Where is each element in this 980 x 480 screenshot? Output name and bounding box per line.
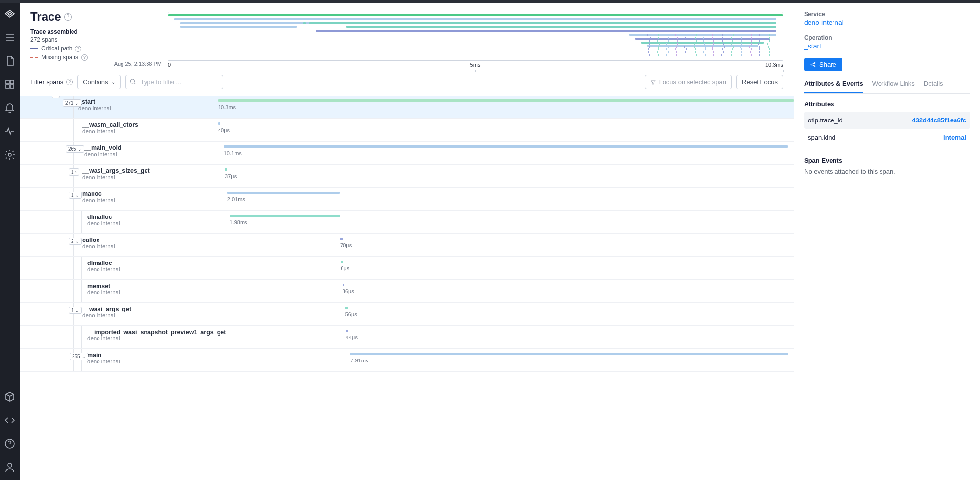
operation-link[interactable]: _start <box>804 42 970 50</box>
span-name: dlmalloc <box>87 214 214 220</box>
span-bar[interactable] <box>343 284 344 286</box>
user-icon[interactable] <box>4 461 16 473</box>
span-name: calloc <box>82 237 214 243</box>
span-row[interactable]: dlmallocdeno internal1.98ms <box>20 211 794 234</box>
span-duration: 2.01ms <box>227 196 245 202</box>
package-icon[interactable] <box>4 391 16 403</box>
app-logo[interactable] <box>4 8 16 20</box>
span-bar[interactable] <box>346 330 348 332</box>
span-row[interactable]: __wasm_call_ctorsdeno internal40µs <box>20 119 794 142</box>
code-icon[interactable] <box>4 414 16 426</box>
grid-icon[interactable] <box>4 78 16 90</box>
span-duration: 7.91ms <box>350 358 368 363</box>
expand-pill[interactable]: 1⌄ <box>69 192 82 199</box>
span-name: main <box>87 352 214 359</box>
filter-input[interactable] <box>125 75 223 89</box>
svg-point-10 <box>814 66 815 67</box>
span-row[interactable]: 1⌄__wasi_args_getdeno internal56µs <box>20 303 794 326</box>
span-bar[interactable] <box>341 261 343 263</box>
span-bar[interactable] <box>350 353 788 355</box>
expand-pill[interactable]: 1› <box>69 168 79 176</box>
legend-critical-label: Critical path <box>41 45 72 52</box>
span-service: deno internal <box>82 128 214 134</box>
svg-rect-3 <box>10 85 14 88</box>
operation-label: Operation <box>804 34 970 41</box>
span-service: deno internal <box>82 312 214 318</box>
service-label: Service <box>804 11 970 18</box>
menu-icon[interactable] <box>4 31 16 43</box>
expand-pill[interactable]: 265⌄ <box>66 145 84 153</box>
tab-attributes-events[interactable]: Attributes & Events <box>804 80 863 93</box>
span-bar[interactable] <box>345 307 348 309</box>
span-row[interactable]: 271⌄_startdeno internal10.3ms <box>20 96 794 119</box>
attribute-row[interactable]: otlp.trace_id 432d44c85f1ea6fc <box>804 112 970 129</box>
span-row[interactable]: 255⌄maindeno internal7.91ms <box>20 349 794 372</box>
contains-dropdown[interactable]: Contains⌄ <box>77 75 120 89</box>
attr-key: span.kind <box>808 134 835 141</box>
span-row[interactable]: 265⌄__main_voiddeno internal10.1ms <box>20 142 794 165</box>
span-name: memset <box>87 283 214 289</box>
filter-spans-label: Filter spans ? <box>30 78 73 86</box>
span-name: __wasi_args_get <box>82 306 214 312</box>
attribute-row[interactable]: span.kind internal <box>804 129 970 146</box>
span-bar[interactable] <box>225 168 227 171</box>
help-icon[interactable] <box>4 438 16 450</box>
span-name: __imported_wasi_snapshot_preview1_args_g… <box>87 329 214 336</box>
span-row[interactable]: 1⌄mallocdeno internal2.01ms <box>20 188 794 211</box>
pulse-icon[interactable] <box>4 125 16 137</box>
attr-key: otlp.trace_id <box>808 117 843 124</box>
trace-overview[interactable] <box>168 12 783 61</box>
legend-critical-swatch <box>30 48 38 49</box>
info-icon[interactable]: ? <box>64 13 72 21</box>
svg-rect-1 <box>10 80 14 84</box>
span-name: __main_void <box>84 144 214 151</box>
share-button[interactable]: Share <box>804 58 842 71</box>
span-name: _start <box>78 98 214 105</box>
attributes-heading: Attributes <box>804 100 970 108</box>
span-service: deno internal <box>87 266 214 272</box>
svg-point-9 <box>814 62 815 63</box>
reset-focus-button[interactable]: Reset Focus <box>736 75 783 89</box>
gear-icon[interactable] <box>4 149 16 161</box>
span-service: deno internal <box>87 359 214 364</box>
tab-workflow-links[interactable]: Workflow Links <box>872 80 915 93</box>
info-icon[interactable]: ? <box>75 46 81 52</box>
span-bar[interactable] <box>218 99 794 102</box>
span-name: __wasm_call_ctors <box>82 121 214 128</box>
span-row[interactable]: 2⌄callocdeno internal70µs <box>20 234 794 257</box>
bell-icon[interactable] <box>4 102 16 114</box>
service-link[interactable]: deno internal <box>804 19 970 26</box>
span-events-empty: No events attached to this span. <box>804 168 970 175</box>
info-icon[interactable]: ? <box>81 54 88 61</box>
svg-point-6 <box>8 463 12 467</box>
info-icon[interactable]: ? <box>66 79 73 85</box>
axis-start: 0 <box>168 62 171 68</box>
span-name: dlmalloc <box>87 260 214 266</box>
span-bar[interactable] <box>218 122 220 125</box>
svg-point-7 <box>130 79 134 83</box>
focus-selected-button[interactable]: Focus on selected span <box>645 75 732 89</box>
span-count: 272 spans <box>30 36 153 43</box>
critical-path-segment <box>230 216 341 216</box>
span-name: malloc <box>82 191 214 197</box>
span-row[interactable]: __imported_wasi_snapshot_preview1_args_g… <box>20 326 794 349</box>
expand-pill[interactable]: 1⌄ <box>69 307 82 314</box>
span-duration: 56µs <box>345 312 357 317</box>
span-row[interactable]: memsetdeno internal36µs <box>20 280 794 303</box>
assembled-label: Trace assembled <box>30 28 153 35</box>
span-row[interactable]: dlmallocdeno internal6µs <box>20 257 794 280</box>
svg-point-8 <box>811 64 812 65</box>
expand-pill[interactable]: 2⌄ <box>69 238 82 245</box>
expand-pill[interactable]: 271⌄ <box>63 99 81 107</box>
expand-pill[interactable]: 255⌄ <box>70 353 88 360</box>
svg-rect-2 <box>6 85 9 88</box>
span-bar[interactable] <box>224 145 788 148</box>
span-duration: 44µs <box>346 335 358 340</box>
span-duration: 36µs <box>343 288 354 294</box>
span-bar[interactable] <box>227 192 340 194</box>
tab-details[interactable]: Details <box>924 80 943 93</box>
span-duration: 1.98ms <box>230 219 247 225</box>
span-row[interactable]: 1›__wasi_args_sizes_getdeno internal37µs <box>20 165 794 188</box>
span-bar[interactable] <box>340 238 343 240</box>
doc-icon[interactable] <box>4 55 16 67</box>
